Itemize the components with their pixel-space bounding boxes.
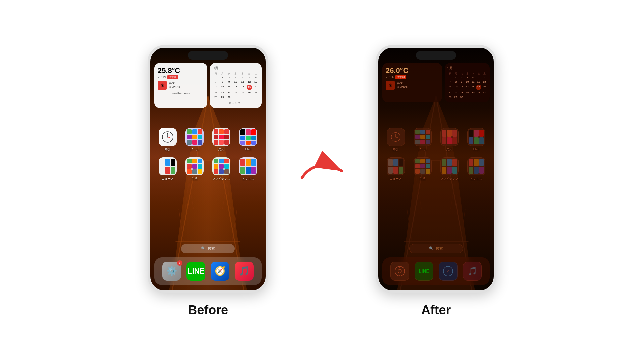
after-app-mail[interactable]: メール (412, 128, 434, 152)
after-sns-icon (467, 128, 485, 146)
app-mail[interactable]: メール (183, 128, 206, 152)
after-business-label: ビジネス (470, 177, 482, 181)
app-rakuten[interactable]: 楽天 (210, 128, 232, 152)
after-dock-safari[interactable] (439, 262, 458, 281)
after-dock-line[interactable]: LINE (415, 262, 433, 281)
clock-icon (159, 128, 177, 146)
volume-down-button (148, 116, 149, 133)
app-life[interactable]: 生活 (183, 157, 206, 181)
dock-line[interactable]: LINE (186, 262, 205, 281)
app-news[interactable]: ニュース (157, 157, 179, 181)
after-safari-icon (443, 266, 453, 277)
after-app-business[interactable]: ビジネス (465, 157, 487, 181)
mail-label: メール (190, 147, 199, 152)
phone-notch (188, 51, 228, 60)
after-app-rakuten[interactable]: 楽天 (438, 128, 461, 152)
after-clock-icon (387, 128, 405, 146)
app-business[interactable]: ビジネス (237, 157, 259, 181)
rakuten-icon (212, 128, 230, 146)
dock-settings[interactable]: ⚙️ 2 (162, 262, 181, 281)
sns-icon: 𝕏 (239, 128, 257, 146)
weather-tomorrow-row: ☀ あす 36/26°C (158, 81, 204, 90)
dock-music[interactable]: 🎵 (235, 262, 254, 281)
after-line-icon: LINE (419, 268, 429, 274)
line-icon: LINE (187, 267, 204, 276)
after-search-icon: 🔍 (429, 246, 434, 251)
after-dock: LINE 🎵 (382, 257, 490, 285)
after-app-finance[interactable]: ファイナンス (438, 157, 461, 181)
arrow-container (295, 151, 349, 191)
after-app-clock[interactable]: 時計 (385, 128, 407, 152)
weather-temperature: 25.8°C (158, 66, 204, 75)
settings-icon: ⚙️ (166, 266, 177, 276)
after-settings-icon (394, 266, 405, 277)
business-icon (239, 157, 257, 175)
power-button (267, 95, 268, 115)
before-label: Before (188, 303, 228, 317)
after-app-life[interactable]: 生活 (412, 157, 434, 181)
after-news-label: ニュース (390, 177, 402, 181)
after-weather-temperature: 26.0°C (386, 66, 439, 75)
svg-point-35 (395, 266, 405, 276)
weather-time-row: 20:19 注意報 (158, 75, 204, 79)
after-finance-icon (440, 157, 459, 175)
after-calendar-month: 9月 (447, 66, 487, 71)
after-calendar-widget[interactable]: 9月 日 月 火 水 木 金 土 1 2 3 4 5 (445, 63, 490, 102)
calendar-grid: 日 月 火 水 木 金 土 1 2 3 4 5 6 (213, 72, 259, 100)
after-label: After (421, 303, 451, 317)
business-label: ビジネス (242, 177, 254, 181)
volume-up-button (148, 96, 149, 113)
app-finance[interactable]: ファイナンス (210, 157, 232, 181)
after-apps-row-2: ニュース (382, 157, 490, 181)
after-volume-down-button (376, 116, 377, 133)
after-alert-badge: 注意報 (395, 75, 406, 79)
after-dock-settings[interactable] (390, 262, 409, 281)
after-rakuten-icon (440, 128, 459, 146)
weather-widget-name: weathernews (158, 92, 204, 95)
svg-line-16 (168, 137, 170, 138)
weather-widget[interactable]: 25.8°C 20:19 注意報 ☀ あす 36/26°C weathernew… (154, 63, 207, 108)
after-dock-music[interactable]: 🎵 (463, 262, 482, 281)
after-life-icon (414, 157, 432, 175)
main-container: 25.8°C 20:19 注意報 ☀ あす 36/26°C weathernew… (0, 0, 644, 362)
after-finance-label: ファイナンス (440, 177, 459, 181)
after-weather-tomorrow: ☀ あす 36/26°C (386, 81, 439, 90)
weather-description: あす 36/26°C (169, 81, 180, 89)
weather-sun-icon: ☀ (158, 81, 167, 90)
mail-icon (185, 128, 204, 146)
app-clock[interactable]: 時計 (157, 128, 179, 152)
search-bar[interactable]: 🔍 検索 (181, 244, 235, 253)
svg-point-36 (398, 269, 401, 273)
after-app-news[interactable]: ニュース (385, 157, 407, 181)
after-app-sns[interactable]: SNS (465, 128, 487, 152)
after-weather-sun-icon: ☀ (386, 81, 395, 90)
after-music-icon: 🎵 (468, 267, 477, 276)
after-mute-button (376, 81, 377, 91)
after-weather-time-row: 20:26 注意報 (386, 75, 439, 79)
alert-badge: 注意報 (167, 75, 178, 79)
after-weather-description: あす 36/26°C (397, 81, 408, 89)
news-icon (159, 157, 177, 175)
after-search-bar[interactable]: 🔍 検索 (409, 244, 463, 253)
finance-label: ファイナンス (212, 177, 230, 181)
after-sns-label: SNS (473, 147, 480, 151)
life-label: 生活 (192, 177, 198, 181)
widgets-row: 25.8°C 20:19 注意報 ☀ あす 36/26°C weathernew… (154, 63, 262, 108)
after-weather-widget[interactable]: 26.0°C 20:26 注意報 ☀ あす 36/26°C (382, 63, 442, 102)
dock-safari[interactable]: 🧭 (211, 262, 229, 281)
settings-badge: 2 (177, 260, 182, 266)
news-label: ニュース (162, 177, 174, 181)
calendar-widget[interactable]: 9月 日 月 火 水 木 金 土 1 2 3 4 (210, 63, 262, 108)
search-icon: 🔍 (201, 246, 206, 251)
after-apps-row-1: 時計 (382, 128, 490, 152)
after-phone-frame: 26.0°C 20:26 注意報 ☀ あす 36/26°C (376, 45, 496, 293)
app-sns[interactable]: 𝕏 SNS (237, 128, 259, 152)
after-news-icon (387, 157, 405, 175)
svg-line-34 (396, 137, 397, 138)
after-volume-up-button (376, 96, 377, 113)
before-section: 25.8°C 20:19 注意報 ☀ あす 36/26°C weathernew… (148, 45, 268, 317)
after-business-icon (467, 157, 485, 175)
calendar-month: 9月 (213, 66, 259, 71)
before-dock: ⚙️ 2 LINE 🧭 🎵 (154, 257, 262, 285)
apps-row-1: 時計 (154, 128, 262, 152)
